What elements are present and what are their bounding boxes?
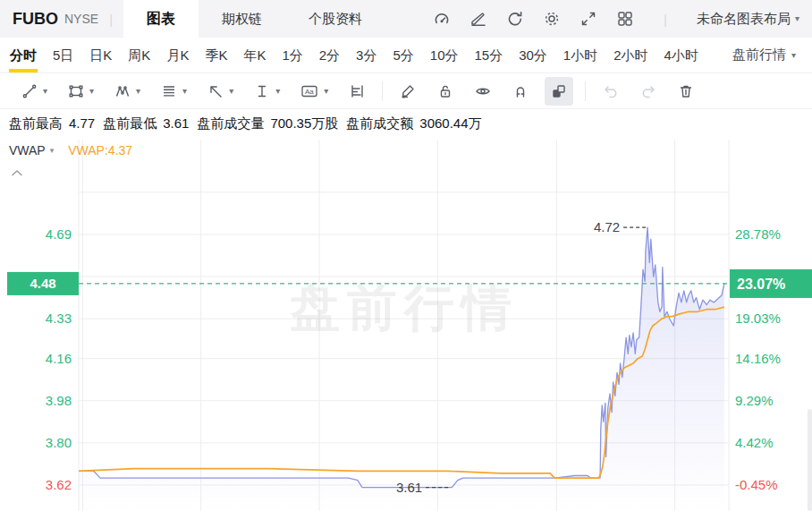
drawing-toolbar: ▾ ▾ ▾ ▾ ▾ ▾ Aa ▾ <box>0 73 812 109</box>
current-price-badge-label: 4.48 <box>30 276 55 291</box>
y-axis-left-tick: 3.98 <box>46 393 72 408</box>
premarket-stat: 盘前最高4.77 <box>9 115 95 132</box>
rectangle-tool[interactable]: ▾ <box>57 77 104 106</box>
y-axis-right-tick: 28.78% <box>735 226 781 242</box>
header-icons-divider: | <box>664 12 667 27</box>
gauge-icon[interactable] <box>433 10 451 28</box>
scrollbar-thumb[interactable] <box>808 409 812 511</box>
caret-down-icon: ▾ <box>136 87 140 96</box>
toolbar-divider <box>585 81 586 101</box>
indicator-name[interactable]: VWAP <box>9 143 46 158</box>
premarket-stat: 盘前成交额3060.44万 <box>346 115 481 132</box>
sync-drawings-icon[interactable] <box>545 77 573 106</box>
timeframe-item[interactable]: 10分 <box>422 38 467 72</box>
header-tabs: 图表期权链个股资料 <box>123 0 385 38</box>
svg-text:Aa: Aa <box>305 88 314 96</box>
text-tool[interactable]: Aa ▾ <box>290 77 338 106</box>
caret-down-icon: ▾ <box>324 87 328 96</box>
trash-icon[interactable] <box>667 77 705 106</box>
session-selector-label: 盘前行情 <box>732 47 786 64</box>
settings-icon[interactable] <box>543 10 561 28</box>
chart-layout-name: 未命名图表布局 <box>697 11 791 28</box>
magnet-icon[interactable] <box>502 77 539 106</box>
y-axis-left-tick: 4.69 <box>46 226 72 242</box>
measure-tool[interactable]: ▾ <box>243 77 290 106</box>
y-axis-right-tick: 9.29% <box>735 393 774 408</box>
caret-down-icon: ▾ <box>791 51 796 60</box>
draw-tool[interactable] <box>389 77 427 106</box>
timeframe-item[interactable]: 月K <box>158 38 197 72</box>
caret-down-icon[interactable]: ▾ <box>50 146 55 155</box>
volume-profile-tool[interactable] <box>338 77 376 106</box>
timeframe-item[interactable]: 5日 <box>45 38 81 72</box>
header-tab[interactable]: 图表 <box>123 0 199 38</box>
trendline-tool[interactable]: ▾ <box>11 77 57 106</box>
indicator-row: VWAP ▾ VWAP:4.37 <box>9 143 132 158</box>
timeframe-item[interactable]: 2小时 <box>605 38 656 72</box>
caret-down-icon: ▾ <box>229 87 233 96</box>
header-icons: | 未命名图表布局 ▾ <box>433 10 812 28</box>
timeframe-items: 分时5日日K周K月K季K年K1分2分3分5分10分15分30分1小时2小时4小时 <box>2 38 706 72</box>
indicator-value: VWAP:4.37 <box>68 143 132 158</box>
premarket-stats-row: 盘前最高4.77盘前最低3.61盘前成交量700.35万股盘前成交额3060.4… <box>0 109 812 139</box>
price-chart-plot[interactable]: 盘前行情4.723.614.694.334.163.983.803.6228.7… <box>0 139 812 511</box>
header-bar: FUBO NYSE | 图表期权链个股资料 <box>0 0 812 38</box>
toolbar-divider <box>382 81 383 101</box>
timeframe-bar: 分时5日日K周K月K季K年K1分2分3分5分10分15分30分1小时2小时4小时… <box>0 38 812 73</box>
y-axis-left-tick: 4.33 <box>46 311 72 326</box>
timeframe-item[interactable]: 季K <box>197 38 235 72</box>
timeframe-item[interactable]: 分时 <box>2 38 45 72</box>
header-tab[interactable]: 个股资料 <box>285 0 385 38</box>
timeframe-item[interactable]: 日K <box>81 38 120 72</box>
stock-exchange: NYSE <box>64 12 98 26</box>
timeframe-item[interactable]: 15分 <box>466 38 511 72</box>
redo-icon[interactable] <box>630 77 667 106</box>
y-axis-left-tick: 3.80 <box>46 435 72 450</box>
refresh-icon[interactable] <box>506 10 524 28</box>
timeframe-item[interactable]: 1分 <box>274 38 310 72</box>
arrow-tool[interactable]: ▾ <box>197 77 243 106</box>
session-selector[interactable]: 盘前行情 ▾ <box>732 47 810 64</box>
unlock-icon[interactable] <box>427 77 464 106</box>
grid-layout-icon[interactable] <box>616 10 634 28</box>
timeframe-item[interactable]: 1小时 <box>555 38 605 72</box>
fullscreen-icon[interactable] <box>579 10 597 28</box>
edit-icon[interactable] <box>469 10 487 28</box>
fib-lines-tool[interactable]: ▾ <box>150 77 197 106</box>
eye-icon[interactable] <box>464 77 502 106</box>
timeframe-item[interactable]: 周K <box>120 38 158 72</box>
caret-down-icon: ▾ <box>89 87 94 96</box>
timeframe-item[interactable]: 5分 <box>385 38 421 72</box>
y-axis-right-tick: 4.42% <box>735 435 774 450</box>
premarket-stat: 盘前最低3.61 <box>103 115 189 132</box>
y-axis-right-tick: -0.45% <box>735 477 778 492</box>
undo-icon[interactable] <box>592 77 630 106</box>
y-axis-right-tick: 14.16% <box>735 351 781 366</box>
y-axis-left-tick: 4.16 <box>46 351 72 366</box>
caret-down-icon: ▾ <box>182 87 187 96</box>
caret-down-icon: ▾ <box>275 87 280 96</box>
header-tab[interactable]: 期权链 <box>199 0 285 38</box>
timeframe-item[interactable]: 4小时 <box>656 38 706 72</box>
premarket-stat: 盘前成交量700.35万股 <box>197 115 338 132</box>
caret-down-icon: ▾ <box>795 14 799 23</box>
timeframe-item[interactable]: 3分 <box>348 38 385 72</box>
caret-down-icon: ▾ <box>43 87 47 96</box>
chart-layout-selector[interactable]: 未命名图表布局 ▾ <box>697 11 799 28</box>
y-axis-right-tick: 19.03% <box>735 311 781 326</box>
annotation-label: 3.61 <box>396 480 422 495</box>
current-change-badge-label: 23.07% <box>737 277 785 292</box>
annotation-label: 4.72 <box>594 219 620 234</box>
chart-area[interactable]: VWAP ▾ VWAP:4.37 盘前行情4.723.614.694.334.1… <box>0 139 812 511</box>
timeframe-item[interactable]: 年K <box>235 38 274 72</box>
pattern-tool[interactable]: ▾ <box>104 77 150 106</box>
stock-symbol: FUBO <box>13 10 58 29</box>
y-axis-left-tick: 3.62 <box>46 477 72 492</box>
header-divider: | <box>109 12 113 27</box>
watermark: 盘前行情 <box>289 279 519 336</box>
timeframe-item[interactable]: 30分 <box>511 38 555 72</box>
timeframe-item[interactable]: 2分 <box>311 38 348 72</box>
